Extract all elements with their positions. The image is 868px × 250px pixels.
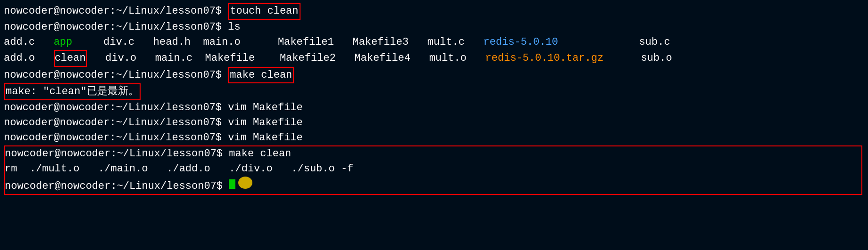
prompt-1: nowcoder@nowcoder:~/Linux/lesson07$ (4, 4, 228, 19)
cmd-ls: ls (228, 20, 240, 35)
file-addo: add.o (4, 51, 54, 66)
prompt-5: nowcoder@nowcoder:~/Linux/lesson07$ (4, 68, 228, 83)
line-touch-clean: nowcoder@nowcoder:~/Linux/lesson07$ touc… (4, 3, 864, 20)
line-make-clean-1: nowcoder@nowcoder:~/Linux/lesson07$ make… (4, 67, 864, 84)
file-clean: clean (55, 52, 86, 64)
terminal-cursor (229, 179, 235, 189)
terminal: nowcoder@nowcoder:~/Linux/lesson07$ touc… (4, 3, 864, 247)
cmd-make-clean-2: make clean (229, 146, 291, 161)
file-subc: sub.c (558, 35, 670, 50)
cmd-vim-3: vim Makefile (228, 130, 302, 145)
block-make-clean-section: nowcoder@nowcoder:~/Linux/lesson07$ make… (4, 145, 862, 195)
prompt-9: nowcoder@nowcoder:~/Linux/lesson07$ (4, 130, 228, 145)
line-vim-2: nowcoder@nowcoder:~/Linux/lesson07$ vim … (4, 115, 864, 130)
rm-command: rm ./mult.o ./main.o ./add.o ./div.o ./s… (5, 161, 353, 177)
file-addc: add.c (4, 35, 54, 50)
cmd-vim-1: vim Makefile (228, 100, 302, 115)
line-rm-cmd: rm ./mult.o ./main.o ./add.o ./div.o ./s… (5, 161, 861, 177)
file-divc: div.c head.h main.o Makefile1 Makefile3 … (72, 35, 483, 50)
file-divo: div.o main.c Makefile Makefile2 Makefile… (87, 51, 485, 66)
line-files-1: add.c app div.c head.h main.o Makefile1 … (4, 35, 864, 50)
file-redis: redis-5.0.10 (484, 35, 558, 50)
cmd-touch-clean: touch clean (228, 3, 300, 20)
line-final-prompt: nowcoder@nowcoder:~/Linux/lesson07$ (5, 177, 861, 194)
prompt-final: nowcoder@nowcoder:~/Linux/lesson07$ (5, 179, 229, 194)
line-ls: nowcoder@nowcoder:~/Linux/lesson07$ ls (4, 20, 864, 35)
prompt-8: nowcoder@nowcoder:~/Linux/lesson07$ (4, 115, 228, 130)
cursor-ball (238, 177, 252, 189)
file-clean-highlight: clean (54, 50, 87, 67)
file-subo: sub.o (603, 51, 672, 66)
cmd-make-clean-1: make clean (228, 67, 294, 84)
line-make-error: make: "clean"已是最新。 (4, 83, 864, 100)
prompt-2: nowcoder@nowcoder:~/Linux/lesson07$ (4, 20, 228, 35)
file-redis-targz: redis-5.0.10.tar.gz (485, 51, 604, 66)
line-make-clean-2: nowcoder@nowcoder:~/Linux/lesson07$ make… (5, 146, 861, 161)
line-vim-3: nowcoder@nowcoder:~/Linux/lesson07$ vim … (4, 130, 864, 145)
prompt-10: nowcoder@nowcoder:~/Linux/lesson07$ (5, 146, 229, 161)
line-files-2: add.o clean div.o main.c Makefile Makefi… (4, 50, 864, 67)
make-error-msg: make: "clean"已是最新。 (4, 83, 141, 100)
prompt-7: nowcoder@nowcoder:~/Linux/lesson07$ (4, 100, 228, 115)
file-app: app (54, 35, 73, 50)
line-vim-1: nowcoder@nowcoder:~/Linux/lesson07$ vim … (4, 100, 864, 115)
cmd-vim-2: vim Makefile (228, 115, 302, 130)
